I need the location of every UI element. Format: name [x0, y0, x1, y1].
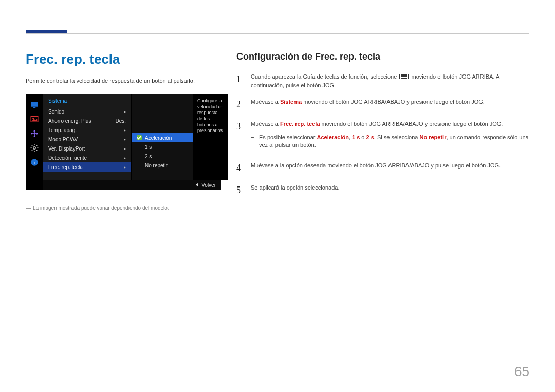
- section-title: Frec. rep. tecla: [26, 51, 221, 67]
- chevron-right-icon: ▸: [124, 109, 126, 114]
- osd-footer: Volver: [43, 180, 221, 190]
- config-title: Configuración de Frec. rep. tecla: [236, 51, 529, 62]
- osd-menu-header: Sistema: [43, 94, 131, 107]
- chevron-right-icon: ▸: [124, 137, 126, 142]
- gear-icon: [29, 142, 40, 154]
- intro-text: Permite controlar la velocidad de respue…: [26, 78, 221, 84]
- osd-sub-2s: 2 s: [132, 152, 193, 161]
- svg-text:i: i: [34, 160, 35, 165]
- move-icon: [29, 128, 40, 139]
- bullet-note: Es posible seleccionar Aceleración, 1 s …: [251, 134, 529, 150]
- step-num-5: 5: [236, 183, 244, 197]
- osd-item-frecrep: Frec. rep. tecla▸: [43, 162, 131, 172]
- osd-screenshot: i Sistema Sonido▸ Ahorro energ. PlusDes.…: [26, 94, 221, 190]
- osd-item-modopc: Modo PC/AV▸: [43, 135, 131, 144]
- footnote: ―La imagen mostrada puede variar dependi…: [26, 205, 221, 211]
- left-column: Frec. rep. tecla Permite controlar la ve…: [26, 51, 221, 211]
- info-icon: i: [29, 157, 40, 168]
- svg-point-4: [33, 147, 36, 150]
- osd-sub-aceleracion: Aceleración: [132, 133, 193, 142]
- osd-item-temp: Temp. apag.▸: [43, 125, 131, 135]
- bullet-icon: [251, 137, 254, 138]
- back-triangle-icon: [196, 183, 198, 187]
- chevron-right-icon: ▸: [124, 146, 126, 151]
- step-1: 1 Cuando aparezca la Guía de teclas de f…: [236, 72, 529, 89]
- osd-sidebar: i: [26, 94, 43, 190]
- monitor-icon: [29, 99, 40, 110]
- check-icon: [137, 135, 142, 140]
- osd-item-deteccion: Detección fuente▸: [43, 153, 131, 162]
- osd-submenu: Aceleración 1 s 2 s No repetir: [132, 94, 193, 180]
- svg-rect-1: [33, 107, 36, 108]
- chevron-right-icon: ▸: [124, 128, 126, 133]
- osd-footer-label: Volver: [201, 182, 216, 188]
- svg-point-3: [32, 118, 34, 119]
- header-rule: [26, 33, 529, 34]
- step-num-1: 1: [236, 72, 244, 89]
- osd-sub-norepetir: No repetir: [132, 161, 193, 170]
- osd-menu: Sistema Sonido▸ Ahorro energ. PlusDes. T…: [43, 94, 132, 180]
- osd-sub-1s: 1 s: [132, 142, 193, 152]
- step-5: 5 Se aplicará la opción seleccionada.: [236, 183, 529, 197]
- osd-item-sonido: Sonido▸: [43, 107, 131, 116]
- step-2: 2 Muévase a Sistema moviendo el botón JO…: [236, 98, 529, 111]
- osd-item-ahorro: Ahorro energ. PlusDes.: [43, 116, 131, 125]
- step-num-4: 4: [236, 161, 244, 175]
- chevron-right-icon: ▸: [124, 165, 126, 170]
- menu-icon: [399, 74, 409, 79]
- step-num-2: 2: [236, 98, 244, 111]
- page-number: 65: [514, 364, 529, 380]
- right-column: Configuración de Frec. rep. tecla 1 Cuan…: [236, 51, 529, 211]
- step-3: 3 Muévase a Frec. rep. tecla moviendo el…: [236, 120, 529, 153]
- picture-icon: [29, 114, 40, 125]
- osd-description: Configure la velocidad de respuesta de l…: [193, 94, 228, 180]
- svg-rect-0: [31, 102, 38, 107]
- osd-item-displayport: Ver. DisplayPort▸: [43, 144, 131, 153]
- step-num-3: 3: [236, 120, 244, 153]
- chevron-right-icon: ▸: [124, 156, 126, 160]
- step-4: 4 Muévase a la opción deseada moviendo e…: [236, 161, 529, 175]
